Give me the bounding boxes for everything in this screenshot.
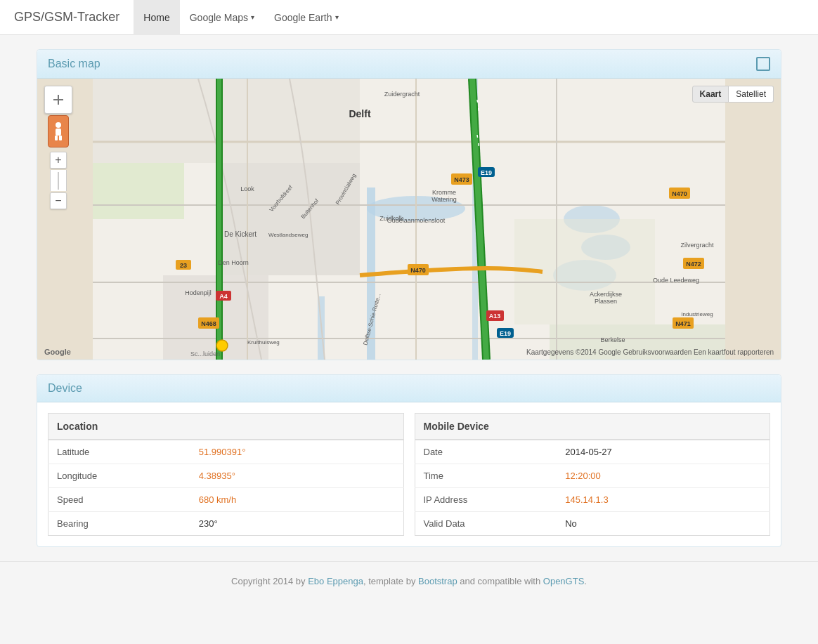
bearing-label: Bearing: [48, 512, 190, 536]
street-view-person[interactable]: [48, 115, 69, 147]
location-table: Location Latitude 51.990391° Longitude 4…: [48, 413, 404, 536]
svg-text:E19: E19: [481, 169, 492, 176]
svg-text:N470: N470: [410, 267, 426, 274]
chevron-down-icon: ▾: [251, 13, 254, 21]
device-panel-title: Device: [48, 382, 82, 395]
svg-text:N468: N468: [201, 320, 216, 327]
footer: Copyright 2014 by Ebo Eppenga, template …: [0, 561, 818, 600]
navbar: GPS/GSM-Tracker Home Google Maps ▾ Googl…: [0, 0, 818, 35]
svg-text:Hodenpijl: Hodenpijl: [185, 289, 212, 296]
svg-text:A13: A13: [489, 313, 501, 320]
svg-text:N472: N472: [686, 261, 701, 268]
google-logo: Google: [44, 348, 71, 356]
nav-cross-icon: [51, 93, 65, 107]
ip-label: IP Address: [415, 488, 557, 512]
nav-item-home[interactable]: Home: [134, 0, 179, 35]
map-panel-title: Basic map: [48, 58, 100, 70]
table-row: IP Address 145.14.1.3: [415, 488, 770, 512]
nav-item-google-earth[interactable]: Google Earth ▾: [264, 0, 349, 35]
time-value: 12:20:00: [557, 464, 770, 488]
svg-rect-9: [93, 163, 184, 219]
map-type-kaart[interactable]: Kaart: [692, 86, 729, 103]
svg-text:Zuidkolk: Zuidkolk: [379, 215, 403, 222]
svg-text:23: 23: [180, 262, 187, 269]
svg-text:E19: E19: [500, 330, 511, 337]
zoom-slider[interactable]: [50, 170, 67, 191]
zoom-out-button[interactable]: −: [50, 192, 67, 209]
svg-text:Kruithuisweg: Kruithuisweg: [247, 339, 280, 346]
svg-rect-74: [59, 136, 62, 140]
svg-rect-12: [93, 79, 360, 163]
table-row: Date 2014-05-27: [415, 440, 770, 464]
svg-text:Industrieweg: Industrieweg: [681, 311, 713, 317]
footer-text-before: Copyright 2014 by: [231, 576, 308, 586]
date-label: Date: [415, 440, 557, 464]
footer-text-after: and compatible with: [457, 576, 543, 586]
svg-rect-13: [219, 163, 360, 275]
chevron-down-icon: ▾: [335, 13, 339, 21]
svg-text:Sc...luiden: Sc...luiden: [190, 350, 220, 357]
time-label: Time: [415, 464, 557, 488]
speed-value: 680 km/h: [190, 488, 403, 512]
svg-text:Westlandseweg: Westlandseweg: [268, 232, 308, 238]
speed-label: Speed: [48, 488, 190, 512]
latitude-value: 51.990391°: [190, 440, 403, 464]
map-type-buttons: Kaart Satelliet: [692, 86, 774, 103]
table-row: Time 12:20:00: [415, 464, 770, 488]
table-row: Bearing 230°: [48, 512, 404, 536]
svg-text:Oude Leedeweg: Oude Leedeweg: [653, 277, 699, 284]
device-grid: Location Latitude 51.990391° Longitude 4…: [48, 413, 770, 536]
map-controls: + −: [44, 86, 72, 209]
map-copyright: Kaartgegevens ©2014 Google Gebruiksvoorw…: [526, 348, 774, 356]
valid-data-value: No: [557, 512, 770, 536]
footer-author-link[interactable]: Ebo Eppenga: [308, 576, 363, 586]
zoom-in-button[interactable]: +: [50, 152, 67, 169]
footer-text-middle: , template by: [363, 576, 418, 586]
svg-text:Zilvergracht: Zilvergracht: [680, 242, 714, 249]
svg-text:De Kickert: De Kickert: [224, 230, 257, 238]
svg-text:N471: N471: [675, 320, 691, 327]
svg-text:Kromme: Kromme: [432, 189, 456, 196]
svg-text:A4: A4: [219, 293, 228, 300]
map-nav-button[interactable]: [44, 86, 72, 114]
location-table-header: Location: [48, 414, 404, 440]
bearing-value: 230°: [190, 512, 403, 536]
svg-text:Berkelse: Berkelse: [600, 336, 625, 343]
map-container[interactable]: N473 N470 N470 A4 A13: [37, 79, 781, 360]
main-content: Basic map: [22, 49, 796, 547]
table-row: Longitude 4.38935°: [48, 464, 404, 488]
table-row: Valid Data No: [415, 512, 770, 536]
table-row: Speed 680 km/h: [48, 488, 404, 512]
date-value: 2014-05-27: [557, 440, 770, 464]
longitude-value: 4.38935°: [190, 464, 403, 488]
valid-data-label: Valid Data: [415, 512, 557, 536]
ip-value: 145.14.1.3: [557, 488, 770, 512]
footer-text-end: .: [584, 576, 587, 586]
map-type-satelliet[interactable]: Satelliet: [729, 86, 774, 103]
map-panel-body: N473 N470 N470 A4 A13: [37, 79, 781, 360]
footer-opengts-link[interactable]: OpenGTS: [543, 576, 585, 586]
svg-rect-73: [55, 136, 58, 140]
table-row: Latitude 51.990391°: [48, 440, 404, 464]
mobile-table-header: Mobile Device: [415, 414, 770, 440]
nav-item-google-maps[interactable]: Google Maps ▾: [180, 0, 264, 35]
mobile-table: Mobile Device Date 2014-05-27 Time 12:20…: [415, 413, 771, 536]
svg-point-70: [216, 340, 228, 351]
svg-text:Den Hoorn: Den Hoorn: [218, 259, 249, 266]
svg-text:Look: Look: [240, 185, 254, 192]
map-svg: N473 N470 N470 A4 A13: [37, 79, 781, 360]
footer-bootstrap-link[interactable]: Bootstrap: [418, 576, 457, 586]
longitude-label: Longitude: [48, 464, 190, 488]
svg-text:Zuidergracht: Zuidergracht: [384, 91, 420, 98]
svg-text:Delft: Delft: [349, 108, 370, 119]
device-panel: Device Location Latitude 51.990391°: [37, 374, 781, 547]
svg-text:N473: N473: [454, 176, 469, 183]
svg-text:N470: N470: [672, 190, 687, 197]
map-panel-header: Basic map: [37, 50, 781, 79]
expand-icon[interactable]: [756, 57, 770, 71]
device-panel-body: Location Latitude 51.990391° Longitude 4…: [37, 402, 781, 546]
svg-rect-72: [56, 129, 61, 136]
svg-text:Ackerdijkse: Ackerdijkse: [590, 291, 622, 298]
svg-text:Plassen: Plassen: [595, 298, 617, 305]
svg-text:Watering: Watering: [431, 196, 457, 203]
